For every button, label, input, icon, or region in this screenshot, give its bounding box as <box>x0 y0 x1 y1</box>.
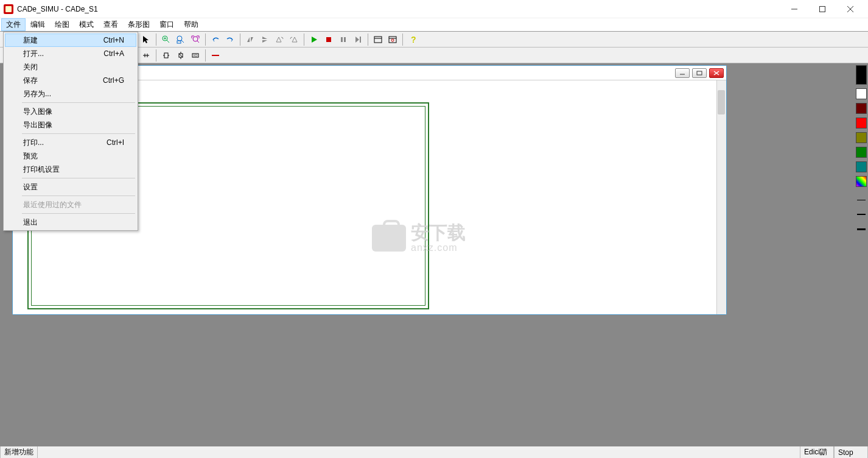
flip-h-icon[interactable] <box>243 33 257 46</box>
svg-line-12 <box>197 41 199 43</box>
svg-line-9 <box>181 40 184 43</box>
watermark-line2: anxz.com <box>411 243 466 253</box>
menu-view[interactable]: 查看 <box>99 18 123 31</box>
step-icon[interactable] <box>351 33 365 46</box>
menu-window[interactable]: 窗口 <box>155 18 179 31</box>
doc-close-button[interactable] <box>709 68 724 78</box>
menu-save[interactable]: 保存 Ctrl+G <box>5 74 136 87</box>
menu-label: 另存为... <box>23 89 51 99</box>
scrollbar-thumb[interactable] <box>718 90 725 114</box>
svg-rect-17 <box>374 37 382 43</box>
menu-preview[interactable]: 预览 <box>5 149 136 163</box>
statusbar: 新增功能 Edici鼱 Stop <box>0 446 868 458</box>
menu-label: 设置 <box>23 182 38 192</box>
help-icon[interactable]: ? <box>406 33 419 46</box>
vertical-scrollbar[interactable] <box>716 80 726 314</box>
status-sim: Stop <box>834 446 868 458</box>
file-menu-dropdown: 新建 Ctrl+N 打开... Ctrl+A 关闭 保存 Ctrl+G 另存为.… <box>3 32 138 231</box>
menu-shortcut: Ctrl+A <box>103 49 124 58</box>
menu-recent-files: 最近使用过的文件 <box>5 198 136 211</box>
svg-text:?: ? <box>411 35 416 44</box>
menu-settings[interactable]: 设置 <box>5 180 136 194</box>
window-1-icon[interactable] <box>371 33 385 46</box>
palette-lineweight-3[interactable] <box>856 224 867 234</box>
palette-color-red[interactable] <box>856 118 867 129</box>
element-1-icon[interactable] <box>139 49 153 62</box>
element-4-icon[interactable]: IO <box>189 49 202 62</box>
minimize-button[interactable] <box>780 0 808 18</box>
window-titlebar: CADe_SIMU - CADe_S1 <box>0 0 868 18</box>
menu-label: 退出 <box>23 217 38 228</box>
menu-bar-chart[interactable]: 条形图 <box>123 18 155 31</box>
svg-rect-13 <box>326 37 331 42</box>
watermark: 安下载 anxz.com <box>372 224 466 253</box>
rotate-cw-icon[interactable] <box>287 33 301 46</box>
menu-import-image[interactable]: 导入图像 <box>5 105 136 118</box>
menu-open[interactable]: 打开... Ctrl+A <box>5 47 136 60</box>
flip-v-icon[interactable] <box>258 33 271 46</box>
close-button[interactable] <box>836 0 864 18</box>
menu-exit[interactable]: 退出 <box>5 216 136 229</box>
menu-close[interactable]: 关闭 <box>5 60 136 74</box>
pause-icon[interactable] <box>337 33 350 46</box>
window-2-icon[interactable] <box>386 33 399 46</box>
maximize-button[interactable] <box>808 0 836 18</box>
palette-lineweight-1[interactable] <box>856 194 867 205</box>
zoom-in-icon[interactable] <box>159 33 173 46</box>
watermark-line1: 安下载 <box>411 224 466 242</box>
menu-export-image[interactable]: 导出图像 <box>5 118 136 132</box>
menu-label: 预览 <box>23 151 38 161</box>
menu-label: 导入图像 <box>23 107 52 117</box>
svg-point-11 <box>193 37 198 41</box>
menu-label: 打印... <box>23 138 44 148</box>
zoom-out-icon[interactable] <box>174 33 187 46</box>
menu-label: 关闭 <box>23 62 38 72</box>
palette-color-green[interactable] <box>856 147 867 158</box>
svg-point-8 <box>177 36 182 41</box>
palette-color-white[interactable] <box>856 88 867 99</box>
doc-minimize-button[interactable] <box>675 68 690 78</box>
menu-mode[interactable]: 模式 <box>74 18 99 31</box>
svg-rect-15 <box>344 37 346 42</box>
rotate-ccw-icon[interactable] <box>273 33 286 46</box>
menu-save-as[interactable]: 另存为... <box>5 87 136 100</box>
svg-rect-26 <box>164 53 168 58</box>
menu-file[interactable]: 文件 <box>1 18 26 31</box>
menu-label: 打开... <box>23 49 44 59</box>
menu-shortcut: Ctrl+G <box>103 76 124 85</box>
menu-edit[interactable]: 编辑 <box>26 18 50 31</box>
menu-new[interactable]: 新建 Ctrl+N <box>5 33 136 47</box>
menu-draw[interactable]: 绘图 <box>50 18 74 31</box>
status-mode: Edici鼱 <box>800 446 834 458</box>
svg-rect-37 <box>697 71 702 75</box>
palette-lineweight-2[interactable] <box>856 209 867 220</box>
element-2-icon[interactable] <box>159 49 173 62</box>
element-3-icon[interactable] <box>174 49 187 62</box>
palette-color-black[interactable] <box>856 65 867 85</box>
undo-icon[interactable] <box>209 33 222 46</box>
menu-label: 打印机设置 <box>23 164 60 175</box>
app-icon <box>4 4 13 14</box>
menu-label: 导出图像 <box>23 120 52 130</box>
menu-label: 新建 <box>23 35 38 46</box>
color-palette <box>856 63 868 236</box>
menu-printer-setup[interactable]: 打印机设置 <box>5 163 136 176</box>
menu-help[interactable]: 帮助 <box>179 18 203 31</box>
document-window-controls <box>675 68 724 78</box>
line-tool-icon[interactable] <box>209 49 222 62</box>
cursor-icon[interactable] <box>139 33 153 46</box>
palette-color-rainbow[interactable] <box>856 176 867 187</box>
palette-color-teal[interactable] <box>856 161 867 172</box>
palette-color-olive[interactable] <box>856 132 867 143</box>
play-icon[interactable] <box>307 33 321 46</box>
zoom-fit-icon[interactable] <box>189 33 202 46</box>
menu-shortcut: Ctrl+I <box>107 138 124 147</box>
doc-maximize-button[interactable] <box>692 68 707 78</box>
palette-color-darkred[interactable] <box>856 103 867 114</box>
menu-print[interactable]: 打印... Ctrl+I <box>5 136 136 149</box>
svg-rect-10 <box>177 41 181 43</box>
svg-rect-1 <box>820 6 825 12</box>
svg-text:IO: IO <box>194 54 198 57</box>
redo-icon[interactable] <box>223 33 237 46</box>
stop-icon[interactable] <box>322 33 335 46</box>
